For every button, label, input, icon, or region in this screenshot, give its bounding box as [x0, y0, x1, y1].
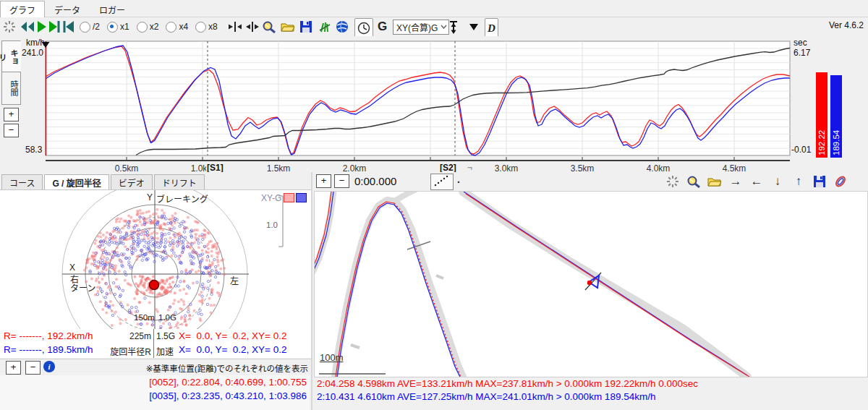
g-panel-tabs: コースG / 旋回半径ビデオドリフト [0, 174, 311, 189]
g-braking-label: ブレーキング [156, 192, 208, 205]
g-zoom-in-button[interactable]: + [6, 361, 21, 375]
map-zoom-out-button[interactable]: − [334, 174, 349, 188]
play-icon[interactable] [36, 18, 48, 35]
track-map[interactable]: 100m [314, 191, 868, 377]
chevron-down-icon [441, 25, 447, 29]
spinner-icon[interactable] [3, 18, 16, 35]
map-icons: →←↓↑ [665, 174, 848, 189]
g-button-row: + − i ※基準車位置(距離)でのそれぞれの値を表示 [0, 359, 311, 376]
app-window: グラフデータロガー /2x1x2x4x8 G [0, 0, 868, 410]
shift-left-icon[interactable] [229, 18, 242, 35]
clock-icon[interactable] [354, 18, 373, 38]
svg-text:192.22: 192.22 [817, 130, 826, 155]
g-panel: コースG / 旋回半径ビデオドリフト Y ブレーキング X 右 ターン 左 15… [0, 172, 312, 410]
menubar: グラフデータロガー [0, 0, 868, 17]
radio-label: x1 [120, 22, 129, 32]
g-panel-tab-2[interactable]: ビデオ [111, 174, 153, 191]
radio-dot [107, 22, 118, 33]
g-circle-canvas [0, 190, 311, 330]
info-icon[interactable]: i [43, 361, 55, 372]
readout-col2: 1.5G [156, 331, 175, 341]
g-panel-tab-3[interactable]: ドリフト [154, 174, 205, 191]
radio-dot [137, 22, 148, 33]
xy-readout: X= 0.0, Y= 0.2, XY= 0.2 [179, 344, 286, 355]
g-left-label: 左 [230, 274, 239, 286]
channel-select[interactable]: XY(合算)G [393, 20, 449, 35]
xy-readout: X= 0.0, Y= 0.2, XY= 0.2 [179, 330, 286, 341]
zoom-radio-/2[interactable]: /2 [80, 22, 100, 33]
spinner-icon[interactable] [665, 174, 680, 189]
track-map-canvas [315, 192, 867, 377]
svg-text:189.54: 189.54 [832, 129, 841, 155]
radio-dot [80, 22, 90, 33]
arrow-left-icon[interactable]: ← [749, 174, 764, 189]
save-icon[interactable] [812, 174, 827, 189]
sector-marker-flag: ¬ [467, 163, 473, 173]
zoom-radio-x1[interactable]: x1 [107, 22, 129, 33]
legend-red-swatch [284, 193, 294, 202]
map-stats: 2:04.258 4.598km AVE=133.21km/h MAX=237.… [317, 377, 698, 403]
radio-label: x4 [179, 22, 188, 32]
lap-time-line: [0035], 0:23.235, 0:43.210, 1:03.986 [0, 390, 307, 403]
g-y-axis-label: Y [147, 192, 153, 202]
map-panel: + − 0:00.000 . →←↓↑ 100m 2:04.258 4.598k… [312, 172, 868, 410]
arrow-up-icon[interactable]: ↑ [791, 174, 806, 189]
g-legend-label: XY-G [261, 193, 281, 203]
g-readouts: R= -------, 192.2km/h225m1.5GX= 0.0, Y= … [0, 329, 311, 358]
rewind-icon[interactable] [20, 18, 35, 35]
radio-label: x8 [208, 22, 218, 32]
g-letter-icon[interactable]: G [378, 18, 387, 35]
speed-time-chart[interactable]: 192.22189.54 [0, 36, 868, 172]
paperclip-icon[interactable] [833, 174, 848, 189]
channel-select-wrap: XY(合算)G [393, 18, 449, 35]
arrow-right-icon[interactable]: → [728, 174, 743, 189]
legend-blue-swatch [296, 193, 307, 202]
g-circle-plot[interactable]: Y ブレーキング X 右 ターン 左 150m 1.0G XY-G 1.0 [0, 189, 311, 330]
lap-times-list: [0052], 0:22.804, 0:40.699, 1:00.755[003… [0, 375, 310, 410]
readout-col1: 225m [129, 331, 151, 341]
radio-dot [195, 22, 206, 33]
zoom-radio-x2[interactable]: x2 [137, 22, 159, 33]
g-scale-label: 1.0 [266, 221, 278, 229]
radio-label: x2 [150, 22, 159, 32]
arrow-down-icon[interactable]: ↓ [770, 174, 785, 189]
zoom-radio-group: /2x1x2x4x8 [80, 18, 218, 35]
radius-readout: R= -------, 192.2km/h [4, 330, 93, 341]
dot-label: . [457, 174, 460, 185]
open-folder-icon[interactable] [707, 174, 722, 189]
sector-marker-2: [S2] [439, 163, 457, 173]
channel-select-value: XY(合算)G [396, 21, 438, 33]
zoom-search-icon[interactable] [686, 174, 701, 189]
g-readout-row: R= -------, 192.2km/h225m1.5GX= 0.0, Y= … [0, 330, 311, 343]
zoom-radio-x8[interactable]: x8 [195, 22, 218, 33]
g-panel-tab-0[interactable]: コース [1, 174, 43, 191]
g-1g-label: 1.0G [158, 313, 176, 322]
globe-icon[interactable] [336, 18, 349, 35]
map-zoom-in-button[interactable]: + [316, 174, 331, 188]
dropdown-triangle-icon[interactable] [469, 18, 479, 35]
readout-divider [153, 329, 154, 358]
save-icon[interactable] [299, 18, 312, 35]
open-folder-icon[interactable] [281, 18, 295, 35]
fit-vertical-icon[interactable] [448, 18, 459, 35]
g-150m-label: 150m [134, 313, 155, 322]
radius-readout: R= -------, 189.5km/h [4, 344, 93, 355]
grass-marker-icon[interactable] [318, 18, 331, 35]
shift-right-icon[interactable] [246, 18, 259, 35]
map-time-display: 0:00.000 [354, 175, 396, 187]
main-graph-section: キョリ 時間 + − km/h 241.0 58.3 sec 6.17 -0.0… [0, 36, 868, 172]
radio-dot [166, 22, 176, 33]
readout-col1: 旋回半径R [110, 345, 151, 357]
g-x-axis-label: X [69, 262, 75, 273]
map-scale-label: 100m [320, 352, 344, 363]
g-readout-row: R= -------, 189.5km/h旋回半径R加速X= 0.0, Y= 0… [0, 343, 311, 357]
zoom-search-icon[interactable] [262, 18, 276, 35]
g-zoom-out-button[interactable]: − [25, 361, 41, 375]
step-forward-icon[interactable] [48, 18, 60, 35]
step-back-icon[interactable] [63, 18, 75, 35]
dotted-line-button[interactable] [430, 174, 454, 190]
radio-label: /2 [93, 22, 100, 32]
toolbar: /2x1x2x4x8 G XY(合算)G D Ver 4.6.2 [0, 17, 868, 36]
d-letter-icon[interactable]: D [485, 18, 498, 38]
zoom-radio-x4[interactable]: x4 [166, 22, 188, 33]
